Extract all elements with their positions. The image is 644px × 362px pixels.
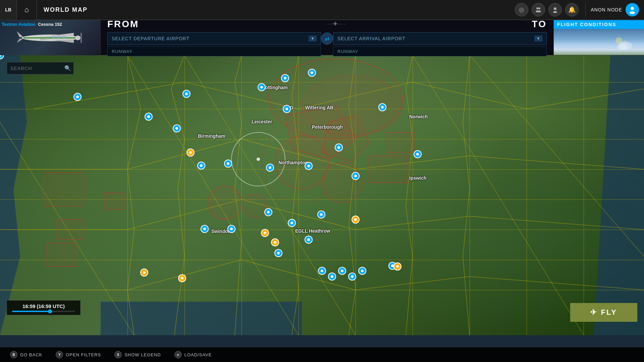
- flight-conditions-preview[interactable]: [554, 29, 644, 55]
- airport-12[interactable]: [352, 172, 360, 180]
- time-bar-fill: [12, 311, 50, 312]
- south-coast: [101, 302, 302, 335]
- departure-select[interactable]: SELECT DEPARTURE AIRPORT ▼: [107, 32, 321, 45]
- topbar-title-area: WORLD MAP: [37, 6, 515, 13]
- airport-4[interactable]: [182, 90, 191, 98]
- departure-runway: RUNWAY: [107, 46, 321, 56]
- arrival-placeholder: SELECT ARRIVAL AIRPORT: [337, 36, 533, 41]
- user-button[interactable]: [548, 3, 562, 16]
- svg-rect-15: [23, 37, 75, 39]
- airport-w1[interactable]: [186, 148, 195, 157]
- from-label: FROM: [107, 19, 139, 29]
- airport-6[interactable]: [224, 160, 232, 168]
- airport-3[interactable]: [173, 124, 181, 132]
- time-display: 16:59 (16:59 UTC): [7, 300, 80, 315]
- svg-point-19: [57, 36, 60, 38]
- weather-icon: [614, 34, 634, 55]
- svg-point-26: [615, 37, 622, 44]
- svg-point-5: [553, 11, 557, 13]
- airport-1[interactable]: [145, 113, 153, 121]
- time-text: 16:59 (16:59 UTC): [12, 303, 75, 309]
- airport-h6[interactable]: [393, 262, 401, 270]
- svg-text:✈: ✈: [333, 20, 338, 27]
- runway-row: RUNWAY RUNWAY: [107, 46, 547, 56]
- airport-13[interactable]: [201, 225, 209, 233]
- go-back-key: B: [10, 351, 17, 358]
- airport-h5[interactable]: [358, 267, 366, 275]
- flight-panel: Textron Aviation Cessna 152: [0, 20, 644, 55]
- airport-14[interactable]: [227, 225, 235, 233]
- open-filters-label: OPEN FILTERS: [66, 352, 101, 357]
- bottom-bar: B GO BACK Y OPEN FILTERS X SHOW LEGEND @…: [0, 347, 644, 362]
- airport-northampton[interactable]: [266, 164, 274, 172]
- airplane-icon-center: ✈: [139, 19, 532, 29]
- world-map-title: WORLD MAP: [44, 6, 88, 13]
- svg-point-18: [62, 36, 65, 38]
- airport-16[interactable]: [288, 219, 296, 227]
- swap-airports-button[interactable]: ⇄: [321, 33, 333, 45]
- svg-point-14: [75, 36, 80, 40]
- fly-button[interactable]: ✈ FLY: [570, 303, 637, 322]
- airport-8[interactable]: [308, 69, 316, 77]
- airport-21[interactable]: [414, 150, 422, 158]
- search-button[interactable]: 🔍: [62, 62, 73, 74]
- topbar: LB ⌂ WORLD MAP ◎ 🔔 ANON NODE: [0, 0, 644, 20]
- airport-w4[interactable]: [140, 268, 148, 277]
- open-filters-action[interactable]: Y OPEN FILTERS: [56, 351, 101, 358]
- departure-dropdown-arrow[interactable]: ▼: [309, 36, 317, 42]
- from-to-inputs: SELECT DEPARTURE AIRPORT ▼ ⇄ SELECT ARRI…: [107, 32, 547, 45]
- aircraft-thumbnail[interactable]: Textron Aviation Cessna 152: [0, 20, 101, 55]
- airport-h3[interactable]: [338, 267, 346, 275]
- airport-w5[interactable]: [178, 274, 186, 282]
- bell-button[interactable]: 🔔: [565, 3, 579, 16]
- fly-icon: ✈: [590, 308, 597, 317]
- search-bar[interactable]: 🔍: [7, 62, 74, 74]
- airport-h4[interactable]: [348, 273, 356, 281]
- svg-point-7: [631, 7, 634, 10]
- airport-w3[interactable]: [271, 238, 279, 246]
- route-airplane-icon: ✈: [325, 19, 345, 29]
- search-input[interactable]: [7, 63, 62, 74]
- map-background: [0, 55, 644, 335]
- arrival-runway-label: RUNWAY: [337, 49, 358, 54]
- time-progress-bar[interactable]: [12, 311, 75, 312]
- airport-17[interactable]: [305, 236, 313, 244]
- airport-2[interactable]: [73, 93, 82, 101]
- airport-15[interactable]: [264, 208, 272, 216]
- airport-22[interactable]: [378, 103, 386, 111]
- svg-point-8: [630, 11, 635, 14]
- user-avatar[interactable]: [626, 3, 639, 16]
- airport-h1[interactable]: [318, 267, 326, 275]
- airport-w2[interactable]: [261, 229, 269, 237]
- svg-point-0: [536, 7, 538, 9]
- svg-marker-13: [17, 39, 23, 43]
- svg-point-17: [80, 37, 82, 39]
- load-save-key: @: [174, 351, 182, 358]
- airport-h2[interactable]: [328, 273, 336, 281]
- airport-nottingham[interactable]: [258, 83, 266, 91]
- airport-wittering[interactable]: [283, 105, 291, 113]
- arrival-dropdown-arrow[interactable]: ▼: [534, 36, 542, 42]
- map-area[interactable]: Nottingham Birmingham Leicester Peterbor…: [0, 55, 644, 335]
- load-save-action[interactable]: @ LOAD/SAVE: [174, 351, 212, 358]
- go-back-action[interactable]: B GO BACK: [10, 351, 42, 358]
- airport-7[interactable]: [281, 74, 289, 82]
- airport-19[interactable]: [274, 249, 282, 257]
- home-button[interactable]: ⌂: [17, 0, 37, 20]
- airport-10[interactable]: [305, 162, 313, 170]
- svg-marker-12: [17, 31, 23, 37]
- arrival-select[interactable]: SELECT ARRIVAL AIRPORT ▼: [333, 32, 547, 45]
- flight-conditions-header: FLIGHT CONDITIONS: [554, 20, 644, 29]
- from-to-header: FROM ✈ TO: [107, 19, 547, 29]
- logo-text: LB: [5, 7, 11, 12]
- to-label: TO: [532, 19, 547, 29]
- show-legend-action[interactable]: X SHOW LEGEND: [114, 351, 161, 358]
- airport-11[interactable]: [335, 143, 343, 152]
- airport-w7[interactable]: [352, 216, 360, 224]
- airport-5[interactable]: [197, 162, 205, 170]
- users-button[interactable]: [532, 3, 545, 16]
- user-name: ANON NODE: [591, 7, 622, 12]
- svg-point-20: [52, 36, 55, 38]
- airport-18[interactable]: [317, 210, 325, 219]
- crosshair-button[interactable]: ◎: [515, 3, 528, 16]
